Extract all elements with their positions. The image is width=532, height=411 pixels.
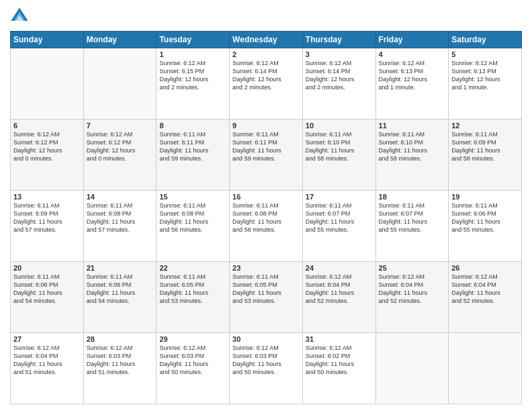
day-info: Sunrise: 6:11 AM Sunset: 6:11 PM Dayligh… [159, 130, 226, 163]
day-number: 12 [451, 122, 519, 130]
day-number: 5 [451, 50, 519, 58]
calendar-cell: 6Sunrise: 6:12 AM Sunset: 6:12 PM Daylig… [11, 120, 84, 191]
calendar-cell: 25Sunrise: 6:12 AM Sunset: 6:04 PM Dayli… [375, 262, 449, 333]
calendar-week-row: 20Sunrise: 6:11 AM Sunset: 6:06 PM Dayli… [11, 262, 522, 333]
day-number: 27 [13, 335, 81, 343]
day-number: 22 [159, 264, 226, 272]
logo-icon [10, 7, 29, 26]
calendar-cell: 8Sunrise: 6:11 AM Sunset: 6:11 PM Daylig… [157, 120, 230, 191]
day-info: Sunrise: 6:11 AM Sunset: 6:10 PM Dayligh… [379, 130, 446, 163]
calendar-cell: 13Sunrise: 6:11 AM Sunset: 6:09 PM Dayli… [11, 191, 84, 262]
calendar-cell: 14Sunrise: 6:11 AM Sunset: 6:08 PM Dayli… [83, 191, 157, 262]
day-info: Sunrise: 6:11 AM Sunset: 6:06 PM Dayligh… [87, 273, 154, 306]
calendar-cell: 28Sunrise: 6:12 AM Sunset: 6:03 PM Dayli… [83, 333, 157, 404]
calendar-header-thursday: Thursday [302, 32, 375, 48]
day-info: Sunrise: 6:11 AM Sunset: 6:07 PM Dayligh… [379, 201, 446, 234]
calendar-cell: 5Sunrise: 6:12 AM Sunset: 6:13 PM Daylig… [449, 48, 522, 120]
calendar-header-monday: Monday [83, 32, 157, 48]
day-info: Sunrise: 6:12 AM Sunset: 6:14 PM Dayligh… [232, 59, 300, 92]
calendar-cell [83, 48, 157, 120]
day-number: 15 [159, 193, 226, 201]
day-info: Sunrise: 6:11 AM Sunset: 6:05 PM Dayligh… [232, 273, 300, 306]
calendar-cell: 7Sunrise: 6:12 AM Sunset: 6:12 PM Daylig… [83, 120, 157, 191]
calendar-cell [449, 333, 522, 404]
calendar-cell: 4Sunrise: 6:12 AM Sunset: 6:13 PM Daylig… [375, 48, 449, 120]
day-info: Sunrise: 6:12 AM Sunset: 6:02 PM Dayligh… [306, 344, 373, 377]
calendar-cell: 19Sunrise: 6:11 AM Sunset: 6:06 PM Dayli… [449, 191, 522, 262]
day-number: 18 [379, 193, 446, 201]
calendar-header-row: SundayMondayTuesdayWednesdayThursdayFrid… [11, 32, 522, 48]
calendar-header-wednesday: Wednesday [230, 32, 303, 48]
calendar-cell: 31Sunrise: 6:12 AM Sunset: 6:02 PM Dayli… [302, 333, 375, 404]
day-info: Sunrise: 6:12 AM Sunset: 6:03 PM Dayligh… [87, 344, 154, 377]
calendar-cell: 20Sunrise: 6:11 AM Sunset: 6:06 PM Dayli… [11, 262, 84, 333]
day-number: 17 [306, 193, 373, 201]
day-number: 11 [379, 122, 446, 130]
day-info: Sunrise: 6:11 AM Sunset: 6:08 PM Dayligh… [87, 201, 154, 234]
day-number: 28 [87, 335, 154, 343]
calendar-cell: 30Sunrise: 6:12 AM Sunset: 6:03 PM Dayli… [230, 333, 303, 404]
day-info: Sunrise: 6:12 AM Sunset: 6:13 PM Dayligh… [451, 59, 519, 92]
calendar-cell: 11Sunrise: 6:11 AM Sunset: 6:10 PM Dayli… [375, 120, 449, 191]
day-number: 4 [379, 50, 446, 58]
day-info: Sunrise: 6:12 AM Sunset: 6:12 PM Dayligh… [87, 130, 154, 163]
day-info: Sunrise: 6:11 AM Sunset: 6:10 PM Dayligh… [306, 130, 373, 163]
day-number: 29 [159, 335, 226, 343]
day-info: Sunrise: 6:11 AM Sunset: 6:05 PM Dayligh… [159, 273, 226, 306]
day-info: Sunrise: 6:12 AM Sunset: 6:12 PM Dayligh… [13, 130, 81, 163]
day-info: Sunrise: 6:12 AM Sunset: 6:03 PM Dayligh… [159, 344, 226, 377]
day-info: Sunrise: 6:11 AM Sunset: 6:08 PM Dayligh… [159, 201, 226, 234]
day-info: Sunrise: 6:12 AM Sunset: 6:13 PM Dayligh… [379, 59, 446, 92]
calendar-table: SundayMondayTuesdayWednesdayThursdayFrid… [10, 31, 522, 404]
day-number: 30 [232, 335, 300, 343]
calendar-cell [11, 48, 84, 120]
calendar-week-row: 27Sunrise: 6:12 AM Sunset: 6:04 PM Dayli… [11, 333, 522, 404]
calendar-week-row: 6Sunrise: 6:12 AM Sunset: 6:12 PM Daylig… [11, 120, 522, 191]
day-number: 7 [87, 122, 154, 130]
day-number: 19 [451, 193, 519, 201]
day-number: 24 [306, 264, 373, 272]
calendar-cell: 27Sunrise: 6:12 AM Sunset: 6:04 PM Dayli… [11, 333, 84, 404]
page: SundayMondayTuesdayWednesdayThursdayFrid… [0, 0, 532, 411]
calendar-cell [375, 333, 449, 404]
day-number: 6 [13, 122, 81, 130]
day-number: 31 [306, 335, 373, 343]
day-info: Sunrise: 6:12 AM Sunset: 6:04 PM Dayligh… [379, 273, 446, 306]
calendar-cell: 10Sunrise: 6:11 AM Sunset: 6:10 PM Dayli… [302, 120, 375, 191]
day-info: Sunrise: 6:12 AM Sunset: 6:04 PM Dayligh… [13, 344, 81, 377]
day-info: Sunrise: 6:11 AM Sunset: 6:06 PM Dayligh… [451, 201, 519, 234]
calendar-cell: 23Sunrise: 6:11 AM Sunset: 6:05 PM Dayli… [230, 262, 303, 333]
header [10, 7, 522, 26]
day-number: 9 [232, 122, 300, 130]
day-number: 21 [87, 264, 154, 272]
logo [10, 7, 30, 26]
day-info: Sunrise: 6:11 AM Sunset: 6:07 PM Dayligh… [306, 201, 373, 234]
calendar-cell: 21Sunrise: 6:11 AM Sunset: 6:06 PM Dayli… [83, 262, 157, 333]
calendar-cell: 22Sunrise: 6:11 AM Sunset: 6:05 PM Dayli… [157, 262, 230, 333]
calendar-header-sunday: Sunday [11, 32, 84, 48]
day-info: Sunrise: 6:11 AM Sunset: 6:09 PM Dayligh… [451, 130, 519, 163]
day-number: 20 [13, 264, 81, 272]
day-info: Sunrise: 6:12 AM Sunset: 6:14 PM Dayligh… [306, 59, 373, 92]
calendar-cell: 2Sunrise: 6:12 AM Sunset: 6:14 PM Daylig… [230, 48, 303, 120]
day-info: Sunrise: 6:11 AM Sunset: 6:06 PM Dayligh… [13, 273, 81, 306]
calendar-week-row: 1Sunrise: 6:12 AM Sunset: 6:15 PM Daylig… [11, 48, 522, 120]
calendar-cell: 15Sunrise: 6:11 AM Sunset: 6:08 PM Dayli… [157, 191, 230, 262]
day-info: Sunrise: 6:12 AM Sunset: 6:04 PM Dayligh… [306, 273, 373, 306]
day-info: Sunrise: 6:11 AM Sunset: 6:09 PM Dayligh… [13, 201, 81, 234]
day-number: 10 [306, 122, 373, 130]
day-number: 1 [159, 50, 226, 58]
day-info: Sunrise: 6:11 AM Sunset: 6:11 PM Dayligh… [232, 130, 300, 163]
day-number: 14 [87, 193, 154, 201]
day-info: Sunrise: 6:12 AM Sunset: 6:03 PM Dayligh… [232, 344, 300, 377]
day-info: Sunrise: 6:11 AM Sunset: 6:08 PM Dayligh… [232, 201, 300, 234]
calendar-cell: 18Sunrise: 6:11 AM Sunset: 6:07 PM Dayli… [375, 191, 449, 262]
calendar-cell: 24Sunrise: 6:12 AM Sunset: 6:04 PM Dayli… [302, 262, 375, 333]
day-number: 25 [379, 264, 446, 272]
day-number: 23 [232, 264, 300, 272]
day-number: 16 [232, 193, 300, 201]
day-number: 26 [451, 264, 519, 272]
calendar-cell: 17Sunrise: 6:11 AM Sunset: 6:07 PM Dayli… [302, 191, 375, 262]
calendar-header-friday: Friday [375, 32, 449, 48]
calendar-cell: 1Sunrise: 6:12 AM Sunset: 6:15 PM Daylig… [157, 48, 230, 120]
